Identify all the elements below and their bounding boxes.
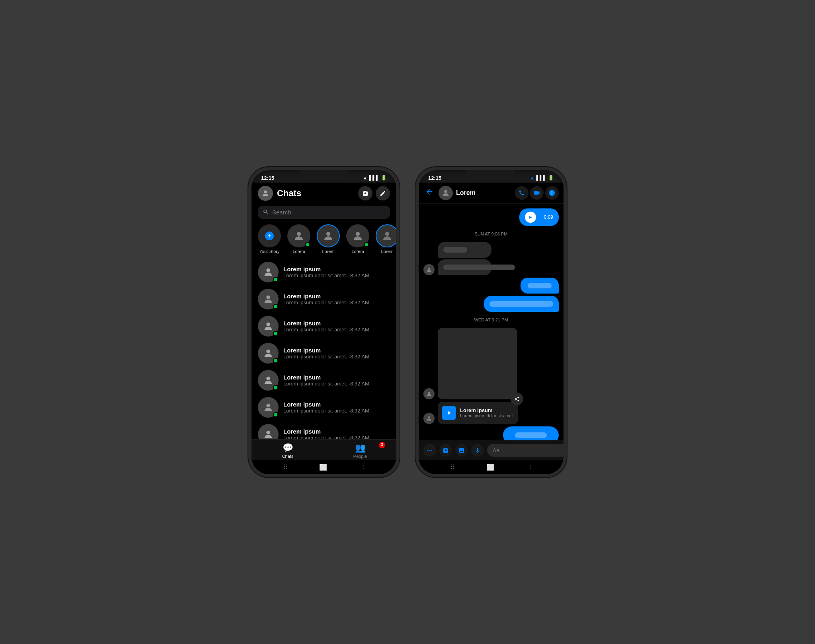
chat-name-0: Lorem ipsum (283, 266, 390, 272)
chat-info-4: Lorem ipsum Lorem ipsum dolor sit amet. … (283, 374, 390, 387)
link-preview[interactable]: Lorem ipsum Lorem ipsum dolor sit amet. (438, 402, 518, 424)
battery-icon-r: 🔋 (548, 175, 554, 181)
video-call-button[interactable] (530, 186, 544, 200)
svg-point-7 (266, 322, 270, 326)
svg-point-10 (266, 403, 270, 407)
svg-point-21 (429, 449, 431, 451)
link-avatar (423, 413, 435, 424)
media-bubble[interactable] (438, 328, 517, 399)
mic-button[interactable] (471, 444, 484, 457)
chat-item-2[interactable]: Lorem ipsum Lorem ipsum dolor sit amet. … (252, 313, 396, 340)
incoming-bubble-2 (438, 259, 491, 275)
incoming-bubble-1 (438, 242, 491, 258)
compose-button[interactable] (376, 186, 390, 200)
search-input[interactable] (272, 209, 385, 216)
nav-back-icon[interactable]: ⠿ (283, 463, 288, 472)
chat-avatar-1 (258, 289, 279, 309)
chat-avatar-6 (258, 424, 279, 439)
outgoing-pill-row (423, 426, 559, 440)
nav-chats-label: Chats (282, 454, 294, 459)
chat-info-2: Lorem ipsum Lorem ipsum dolor sit amet. … (283, 320, 390, 333)
pill-placeholder (515, 432, 547, 438)
chat-info-6: Lorem ipsum Lorem ipsum dolor sit amet. … (283, 428, 390, 439)
chats-screen: Chats + Your Story (252, 183, 396, 474)
message-input[interactable] (487, 444, 563, 457)
svg-point-17 (428, 391, 430, 393)
nav-home-bar: ⠿ ⬜ 〈 (252, 460, 396, 474)
svg-point-1 (297, 232, 301, 236)
svg-point-5 (266, 268, 270, 272)
story-item-add[interactable]: + Your Story (258, 224, 281, 254)
chat-avatar-4 (258, 370, 279, 391)
play-button-out[interactable]: ▶ (525, 212, 536, 223)
nav-home-icon-r[interactable]: ⬜ (486, 463, 494, 472)
chat-avatar-2 (258, 316, 279, 337)
svg-point-4 (385, 232, 389, 236)
svg-point-9 (266, 376, 270, 380)
link-subtitle: Lorem ipsum dolor sit amet. (460, 413, 514, 418)
chat-preview-3: Lorem ipsum dolor sit amet. ·8:32 AM (283, 354, 390, 360)
left-phone: 12:15 ▲ ▌▌▌ 🔋 Chats (248, 167, 400, 477)
phone-call-button[interactable] (515, 186, 528, 200)
share-button[interactable] (511, 393, 523, 405)
chat-bubble-icon: 💬 (283, 443, 293, 453)
chat-preview-5: Lorem ipsum dolor sit amet. ·8:32 AM (283, 408, 390, 414)
online-2 (273, 331, 278, 336)
chat-info-5: Lorem ipsum Lorem ipsum dolor sit amet. … (283, 401, 390, 414)
chat-item-6[interactable]: Lorem ipsum Lorem ipsum dolor sit amet. … (252, 421, 396, 439)
dots-button[interactable] (423, 444, 436, 457)
voice-bubble-out[interactable]: ▶ 0:09 (519, 208, 559, 226)
story-item-4[interactable]: Lorem (376, 224, 396, 254)
search-bar[interactable] (258, 206, 390, 219)
svg-point-20 (427, 449, 429, 451)
input-area (419, 440, 563, 460)
story-label-yours: Your Story (259, 249, 280, 254)
svg-point-8 (266, 349, 270, 353)
chat-item-0[interactable]: Lorem ipsum Lorem ipsum dolor sit amet. … (252, 259, 396, 286)
story-item-3[interactable]: Lorem (346, 224, 369, 254)
svg-point-3 (356, 232, 360, 236)
right-phone: 12:15 ▲ ▌▌▌ 🔋 Lorem (415, 167, 567, 477)
chat-info-0: Lorem ipsum Lorem ipsum dolor sit amet. … (283, 266, 390, 278)
chat-item-1[interactable]: Lorem ipsum Lorem ipsum dolor sit amet. … (252, 286, 396, 313)
online-3 (273, 358, 278, 363)
placeholder-out-2 (489, 301, 553, 307)
incoming-avatar (423, 264, 435, 275)
link-thumbnail (442, 406, 456, 420)
story-label-3: Lorem (351, 249, 364, 254)
placeholder-1 (443, 247, 467, 253)
chats-header: Chats (252, 183, 396, 204)
chat-item-3[interactable]: Lorem ipsum Lorem ipsum dolor sit amet. … (252, 340, 396, 367)
media-avatar (423, 388, 435, 399)
outgoing-pill (503, 426, 559, 440)
nav-forward-icon-r[interactable]: 〈 (526, 463, 532, 472)
image-button[interactable] (455, 444, 468, 457)
svg-point-16 (428, 267, 430, 269)
chat-item-4[interactable]: Lorem ipsum Lorem ipsum dolor sit amet. … (252, 367, 396, 394)
story-item-1[interactable]: Lorem (287, 224, 310, 254)
info-button[interactable] (545, 186, 559, 200)
chat-name-6: Lorem ipsum (283, 428, 390, 435)
back-button[interactable] (423, 186, 435, 200)
story-item-2[interactable]: Lorem (317, 224, 340, 254)
contact-avatar (439, 186, 453, 200)
status-bar-right: 12:15 ▲ ▌▌▌ 🔋 (419, 170, 563, 183)
nav-people[interactable]: 3 👥 People (324, 443, 396, 459)
nav-chats[interactable]: 💬 Chats (252, 443, 324, 459)
nav-forward-icon[interactable]: 〈 (359, 463, 365, 472)
incoming-bubbles (438, 242, 521, 275)
nav-back-icon-r[interactable]: ⠿ (450, 463, 455, 472)
chat-name-5: Lorem ipsum (283, 401, 390, 408)
story-avatar-2 (317, 224, 340, 247)
chat-avatar-3 (258, 343, 279, 364)
user-avatar[interactable] (258, 186, 273, 201)
incoming-msg-row (423, 242, 559, 275)
signal-icon: ▌▌▌ (369, 175, 379, 181)
camera-button[interactable] (358, 186, 372, 200)
chat-preview-0: Lorem ipsum dolor sit amet. ·8:32 AM (283, 272, 390, 278)
chat-item-5[interactable]: Lorem ipsum Lorem ipsum dolor sit amet. … (252, 394, 396, 421)
chat-header: Lorem (419, 183, 563, 204)
status-bar-left: 12:15 ▲ ▌▌▌ 🔋 (252, 170, 396, 183)
camera-input-button[interactable] (439, 444, 452, 457)
nav-home-icon[interactable]: ⬜ (319, 463, 327, 472)
